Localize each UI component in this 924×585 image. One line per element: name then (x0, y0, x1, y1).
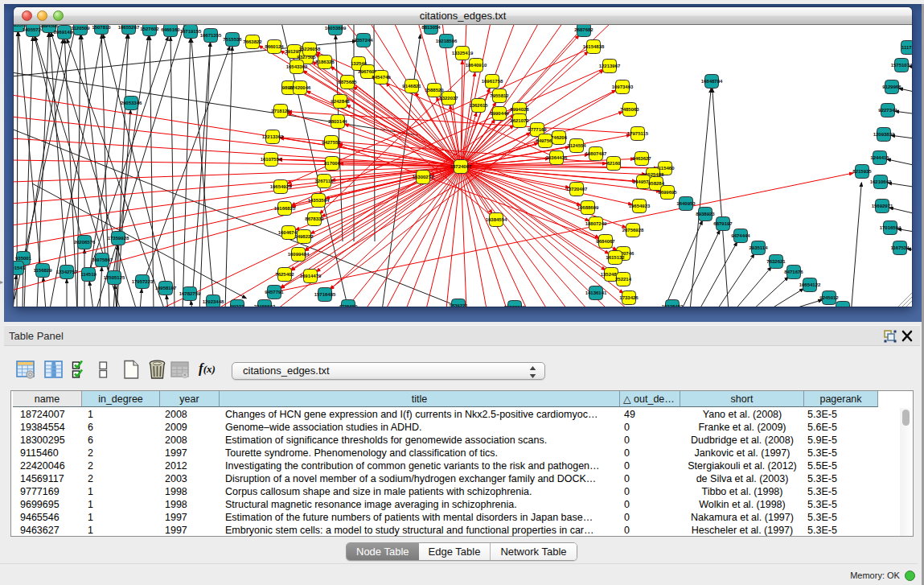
svg-text:20206576: 20206576 (74, 240, 96, 245)
svg-text:29053346: 29053346 (121, 101, 142, 105)
svg-text:4735650: 4735650 (339, 304, 358, 307)
svg-text:18640910: 18640910 (466, 63, 487, 68)
svg-text:14353594: 14353594 (308, 198, 330, 203)
svg-text:6466160: 6466160 (161, 27, 180, 32)
svg-text:8471676: 8471676 (784, 270, 803, 274)
svg-text:6994028: 6994028 (510, 107, 529, 112)
svg-text:2687682: 2687682 (574, 27, 593, 32)
svg-text:17359928: 17359928 (108, 236, 129, 241)
svg-text:9227342: 9227342 (878, 108, 897, 113)
svg-text:15692971: 15692971 (872, 204, 893, 208)
svg-text:10688609: 10688609 (577, 205, 599, 210)
svg-text:17975115: 17975115 (627, 131, 649, 136)
svg-text:15716485: 15716485 (314, 292, 336, 297)
svg-text:8215935: 8215935 (852, 169, 872, 174)
svg-text:12213967: 12213967 (599, 64, 621, 68)
svg-text:19166825: 19166825 (274, 206, 296, 211)
svg-text:1156829: 1156829 (33, 268, 52, 273)
svg-text:16782759: 16782759 (179, 291, 201, 296)
svg-text:9242848: 9242848 (331, 99, 350, 104)
svg-text:7955812: 7955812 (490, 93, 509, 98)
svg-text:12213362: 12213362 (262, 134, 284, 139)
svg-text:15226058: 15226058 (299, 47, 321, 51)
svg-text:19654925: 19654925 (270, 184, 292, 189)
svg-text:16210643: 16210643 (870, 179, 892, 184)
svg-text:7663822: 7663822 (243, 39, 262, 44)
svg-text:114519: 114519 (80, 272, 97, 277)
svg-text:18807249: 18807249 (585, 221, 607, 226)
svg-text:6879197: 6879197 (713, 221, 733, 226)
svg-text:9129966: 9129966 (882, 84, 901, 89)
svg-text:15751074: 15751074 (891, 63, 912, 68)
svg-text:25882305: 25882305 (504, 305, 526, 307)
svg-text:20364436: 20364436 (546, 155, 568, 160)
svg-text:9146821: 9146821 (402, 84, 421, 89)
svg-text:8990444: 8990444 (490, 111, 509, 116)
svg-text:8454749: 8454749 (372, 75, 391, 80)
svg-text:7632621: 7632621 (766, 259, 786, 264)
svg-text:99223: 99223 (231, 304, 244, 307)
svg-text:17957223: 17957223 (132, 279, 154, 284)
svg-text:1640953: 1640953 (676, 201, 696, 206)
svg-text:1498222: 1498222 (294, 234, 314, 239)
svg-text:18724007: 18724007 (450, 164, 472, 169)
svg-text:15300273: 15300273 (413, 175, 434, 179)
svg-text:1527602: 1527602 (140, 27, 159, 31)
svg-text:10654122: 10654122 (799, 282, 821, 287)
svg-text:3124554: 3124554 (567, 143, 586, 148)
svg-text:2718126: 2718126 (271, 109, 290, 113)
svg-text:10671355: 10671355 (200, 33, 222, 38)
svg-text:12923448: 12923448 (203, 299, 224, 304)
svg-text:1244415: 1244415 (870, 155, 889, 160)
svg-text:1621072: 1621072 (510, 118, 529, 123)
svg-text:252214: 252214 (615, 277, 632, 282)
svg-text:19384554: 19384554 (486, 217, 507, 222)
svg-text:9684067: 9684067 (596, 239, 615, 244)
svg-text:5875685: 5875685 (338, 80, 357, 84)
svg-text:2803144: 2803144 (328, 119, 347, 124)
svg-text:17016504: 17016504 (880, 225, 901, 230)
svg-text:16053809: 16053809 (325, 26, 347, 31)
svg-text:10958107: 10958107 (155, 286, 177, 290)
svg-text:935001: 935001 (15, 256, 32, 261)
svg-text:8678332: 8678332 (305, 216, 324, 221)
svg-text:1733426: 1733426 (619, 295, 639, 300)
svg-text:10975867: 10975867 (92, 257, 113, 262)
svg-text:9457791: 9457791 (265, 290, 284, 295)
svg-text:11172: 11172 (901, 45, 912, 50)
svg-text:2935114: 2935114 (749, 245, 768, 250)
svg-text:7485063: 7485063 (620, 107, 639, 112)
svg-text:14136141: 14136141 (585, 290, 607, 295)
svg-text:8938923: 8938923 (696, 212, 715, 216)
svg-text:1839221: 1839221 (449, 303, 468, 307)
svg-text:9474444: 9474444 (731, 233, 750, 238)
svg-text:13325419: 13325419 (452, 51, 474, 56)
svg-text:958284: 958284 (648, 181, 665, 186)
svg-text:12342757: 12342757 (56, 270, 78, 274)
svg-text:12093832: 12093832 (873, 132, 895, 137)
svg-text:7515536: 7515536 (223, 37, 242, 42)
svg-text:1322037: 1322037 (439, 96, 458, 101)
svg-text:1588520: 1588520 (425, 88, 444, 93)
svg-text:20756928: 20756928 (622, 228, 644, 233)
svg-text:10807487: 10807487 (585, 151, 607, 156)
svg-text:16107554: 16107554 (261, 157, 282, 162)
svg-text:8660124: 8660124 (265, 44, 284, 49)
svg-text:16914479: 16914479 (300, 274, 322, 278)
svg-text:9427552: 9427552 (322, 140, 341, 145)
svg-text:9777169: 9777169 (528, 127, 547, 132)
svg-text:16848784: 16848784 (701, 79, 723, 84)
svg-text:10655267: 10655267 (118, 25, 140, 30)
svg-text:16543362: 16543362 (286, 64, 308, 69)
svg-text:16961758: 16961758 (482, 79, 503, 84)
svg-text:8813054: 8813054 (421, 25, 441, 30)
svg-text:16099484: 16099484 (288, 252, 310, 257)
svg-text:9699695: 9699695 (658, 190, 677, 195)
svg-text:13720407: 13720407 (566, 187, 588, 192)
svg-text:817006: 817006 (324, 161, 341, 166)
svg-text:1362615: 1362615 (469, 103, 488, 108)
svg-text:10228452: 10228452 (662, 304, 684, 307)
svg-text:391547: 391547 (14, 266, 26, 270)
svg-text:22420046: 22420046 (290, 85, 311, 90)
svg-text:19218506: 19218506 (436, 39, 458, 43)
